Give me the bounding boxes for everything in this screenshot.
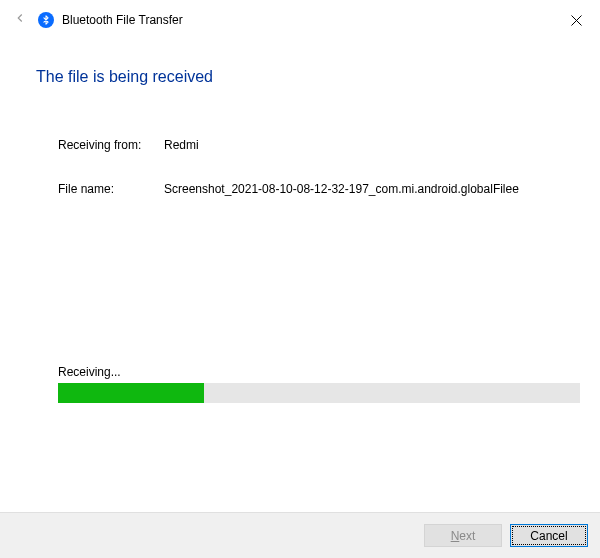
progress-status-label: Receiving... (58, 365, 580, 379)
back-arrow-icon[interactable] (8, 11, 32, 29)
bluetooth-icon (38, 12, 54, 28)
window-title: Bluetooth File Transfer (62, 13, 183, 27)
file-name-row: File name: Screenshot_2021-08-10-08-12-3… (58, 182, 600, 196)
title-bar: Bluetooth File Transfer (0, 0, 600, 40)
progress-section: Receiving... (58, 365, 580, 403)
info-block: Receiving from: Redmi File name: Screens… (0, 86, 600, 196)
progress-fill (58, 383, 204, 403)
receiving-from-label: Receiving from: (58, 138, 164, 152)
receiving-from-row: Receiving from: Redmi (58, 138, 600, 152)
close-button[interactable] (564, 8, 588, 32)
file-name-value: Screenshot_2021-08-10-08-12-32-197_com.m… (164, 182, 519, 196)
progress-bar (58, 383, 580, 403)
file-name-label: File name: (58, 182, 164, 196)
receiving-from-value: Redmi (164, 138, 199, 152)
footer-bar: Next Cancel (0, 512, 600, 558)
page-heading: The file is being received (0, 40, 600, 86)
next-button: Next (424, 524, 502, 547)
cancel-button[interactable]: Cancel (510, 524, 588, 547)
